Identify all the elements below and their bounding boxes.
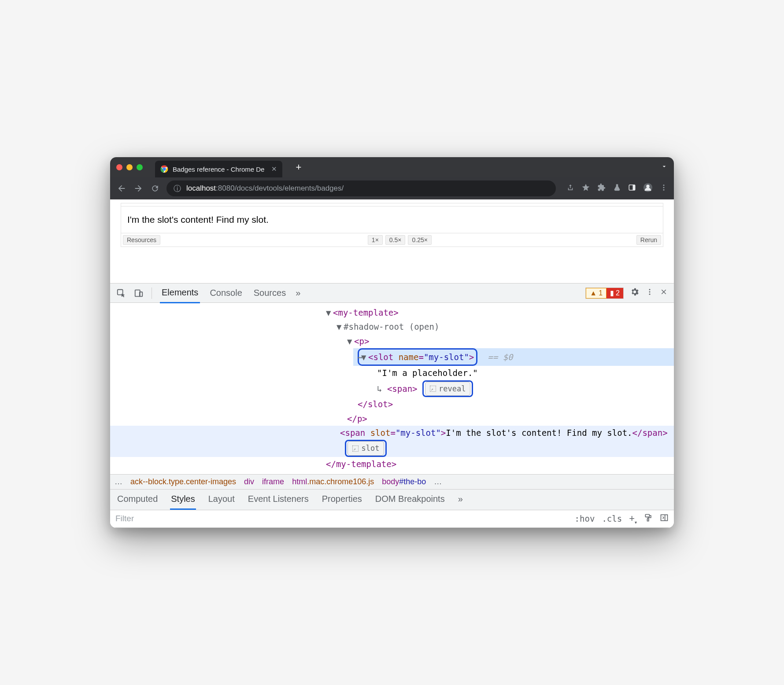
zoom-025x-button[interactable]: 0.25× (408, 235, 431, 245)
minimize-window-button[interactable] (126, 164, 133, 170)
highlight-ring: slot (345, 440, 387, 457)
subtab-computed[interactable]: Computed (116, 490, 159, 510)
back-button[interactable] (116, 184, 127, 193)
subtab-dom-breakpoints[interactable]: DOM Breakpoints (374, 490, 446, 510)
devtools-toolbar: Elements Console Sources » ▲ 1 ▮ 2 (110, 284, 674, 303)
tab-title: Badges reference - Chrome De (173, 166, 264, 173)
url-host: localhost (186, 184, 216, 192)
site-info-icon[interactable]: ⓘ (174, 184, 181, 194)
errors-badge[interactable]: ▮ 2 (606, 288, 623, 298)
crumb-div[interactable]: div (244, 477, 254, 486)
settings-gear-icon[interactable] (630, 287, 640, 299)
new-style-rule-icon[interactable]: +▾ (629, 513, 637, 525)
svg-point-14 (649, 294, 651, 295)
kebab-menu-icon[interactable] (646, 288, 654, 298)
new-tab-button[interactable]: + (296, 162, 301, 173)
svg-rect-3 (633, 185, 635, 190)
crumb-class[interactable]: ack--block.type.center-images (130, 477, 236, 486)
crumb-body[interactable]: body (382, 477, 399, 486)
subtab-layout[interactable]: Layout (207, 490, 236, 510)
reveal-badge[interactable]: reveal (425, 382, 470, 396)
url-port: :8080 (216, 184, 235, 192)
subtab-styles[interactable]: Styles (170, 490, 196, 510)
filter-input[interactable]: Filter (115, 514, 568, 523)
overflow-right[interactable]: … (434, 477, 442, 486)
address-bar: ⓘ localhost:8080/docs/devtools/elements/… (110, 177, 674, 199)
tab-console[interactable]: Console (208, 284, 244, 302)
paint-icon[interactable] (644, 513, 653, 524)
issues-badges[interactable]: ▲ 1 ▮ 2 (585, 287, 624, 299)
share-icon[interactable] (566, 184, 574, 193)
close-tab-icon[interactable]: ✕ (271, 165, 277, 173)
subtab-event-listeners[interactable]: Event Listeners (247, 490, 310, 510)
svg-point-5 (646, 185, 649, 188)
crumb-body-id[interactable]: #the-bo (399, 477, 426, 486)
svg-point-7 (663, 187, 665, 188)
slot-icon (352, 446, 359, 452)
panel-icon[interactable] (628, 184, 636, 193)
svg-point-8 (663, 189, 665, 191)
overflow-left[interactable]: … (115, 477, 122, 486)
styles-subtabs: Computed Styles Layout Event Listeners P… (110, 490, 674, 510)
url-path: /docs/devtools/elements/badges/ (235, 184, 344, 192)
resources-button[interactable]: Resources (123, 235, 160, 245)
more-tabs-icon[interactable]: » (296, 288, 300, 298)
rerun-button[interactable]: Rerun (636, 235, 661, 245)
tab-dropdown-icon[interactable] (661, 163, 668, 172)
breadcrumb[interactable]: … ack--block.type.center-images div ifra… (110, 474, 674, 490)
crumb-iframe[interactable]: iframe (262, 477, 284, 486)
more-subtabs-icon[interactable]: » (457, 490, 464, 510)
styles-filter-bar: Filter :hov .cls +▾ (110, 510, 674, 528)
close-window-button[interactable] (116, 164, 122, 170)
warnings-badge[interactable]: ▲ 1 (586, 288, 606, 298)
svg-rect-16 (647, 519, 649, 521)
dom-slot-close[interactable]: </slot> (353, 397, 674, 411)
profile-icon[interactable] (643, 183, 653, 194)
cls-toggle[interactable]: .cls (602, 514, 622, 523)
demo-text: I'm the slot's content! Find my slot. (121, 206, 663, 233)
hov-toggle[interactable]: :hov (575, 514, 595, 523)
dom-slot-open[interactable]: ▼<slot name="my-slot"> == $0 (353, 348, 674, 366)
subtab-properties[interactable]: Properties (321, 490, 363, 510)
extensions-icon[interactable] (597, 183, 606, 194)
tab-elements[interactable]: Elements (160, 283, 200, 303)
devtools-panel: Elements Console Sources » ▲ 1 ▮ 2 ▼<my-… (110, 283, 674, 528)
svg-rect-17 (661, 515, 668, 520)
svg-point-12 (649, 289, 651, 290)
crumb-html-classes[interactable]: .mac.chrome106.js (307, 477, 374, 486)
dom-shadow-root[interactable]: ▼#shadow-root (open) (332, 320, 674, 334)
dom-my-template-close[interactable]: </my-template> (322, 457, 674, 471)
browser-tab[interactable]: Badges reference - Chrome De ✕ (155, 161, 282, 177)
titlebar: Badges reference - Chrome De ✕ + (110, 157, 674, 177)
svg-rect-15 (645, 514, 649, 517)
tab-sources[interactable]: Sources (252, 284, 288, 302)
forward-button[interactable] (133, 184, 144, 193)
dom-span-reveal[interactable]: ↳ <span> reveal (373, 380, 674, 398)
page-viewport: I'm the slot's content! Find my slot. Re… (110, 199, 674, 283)
kebab-menu-icon[interactable] (660, 184, 668, 193)
maximize-window-button[interactable] (137, 164, 143, 170)
dom-p-open[interactable]: ▼<p> (343, 334, 674, 348)
demo-frame: I'm the slot's content! Find my slot. Re… (121, 203, 663, 247)
demo-controls: Resources 1× 0.5× 0.25× Rerun (121, 233, 663, 247)
inspect-element-icon[interactable] (116, 288, 126, 298)
device-toggle-icon[interactable] (134, 288, 144, 298)
zoom-05x-button[interactable]: 0.5× (385, 235, 406, 245)
close-devtools-icon[interactable] (660, 288, 668, 298)
crumb-html[interactable]: html (292, 477, 307, 486)
browser-window: Badges reference - Chrome De ✕ + ⓘ local… (110, 157, 674, 528)
zoom-1x-button[interactable]: 1× (368, 235, 383, 245)
url-input[interactable]: ⓘ localhost:8080/docs/devtools/elements/… (166, 180, 556, 196)
slot-badge[interactable]: slot (348, 441, 384, 456)
labs-icon[interactable] (613, 184, 621, 193)
dom-tree[interactable]: ▼<my-template> ▼#shadow-root (open) ▼<p>… (110, 303, 674, 474)
bookmark-star-icon[interactable] (581, 183, 590, 194)
traffic-lights (116, 164, 143, 170)
highlight-ring: ▼<slot name="my-slot"> (358, 348, 477, 366)
dom-span-slot-content[interactable]: <span slot="my-slot">I'm the slot's cont… (110, 426, 674, 457)
dom-my-template-open[interactable]: ▼<my-template> (322, 306, 674, 320)
reload-button[interactable] (150, 184, 160, 193)
dom-placeholder-text[interactable]: "I'm a placeholder." (373, 366, 674, 380)
dom-p-close[interactable]: </p> (343, 412, 674, 426)
toggle-sidebar-icon[interactable] (660, 513, 669, 524)
